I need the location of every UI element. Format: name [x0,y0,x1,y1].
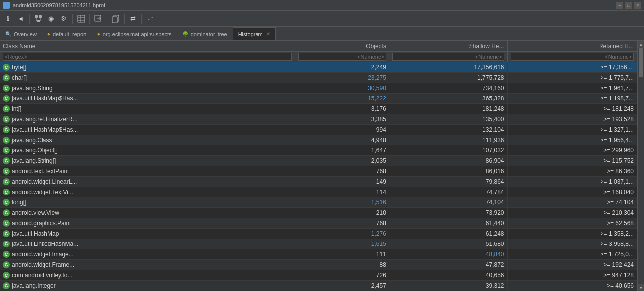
scrollbar-down-arrow[interactable]: ▼ [638,284,644,291]
filter-retained-cell [507,52,637,62]
svg-rect-13 [112,17,117,23]
table-row[interactable]: Candroid.widget.Frame...8847,872>= 192,4… [0,260,637,270]
filter-shallow-input[interactable] [392,53,504,61]
shallow-heap-cell: 107,032 [389,146,507,156]
table-row[interactable]: Candroid.view.View21073,920>= 210,304 [0,208,637,218]
calc-button[interactable]: ⇌ [144,13,156,25]
retained-heap-cell: >= 1,198,7... [507,94,637,104]
tab-suspects-label: org.eclipse.mat.api:suspects [103,31,172,37]
table-row[interactable]: Candroid.graphics.Paint76861,440>= 62,56… [0,218,637,229]
shallow-heap-cell: 181,248 [389,104,507,114]
table-row[interactable]: Candroid.widget.LinearL...14979,864>= 1,… [0,177,637,187]
table-row[interactable]: Cjava.lang.String[]2,03586,904>= 115,752 [0,156,637,166]
shallow-heap-cell: 111,936 [389,135,507,146]
svg-rect-0 [35,15,38,18]
info-button[interactable]: ℹ [2,13,14,25]
table-row[interactable]: Cjava.util.HashMap1,27661,248>= 1,358,2.… [0,229,637,239]
prev-button[interactable]: ◀ [15,13,27,25]
settings-button[interactable]: ⚙ [58,13,70,25]
class-name-cell: Candroid.widget.Frame... [0,260,295,270]
report-icon: ● [47,31,50,37]
class-name-label: android.view.View [12,209,59,216]
retained-heap-cell: >= 40,656 [507,281,637,291]
table-row[interactable]: Cjava.lang.Class4,948111,936>= 1,956,4..… [0,135,637,146]
tab-dominator-tree[interactable]: 🌳 dominator_tree [177,27,233,40]
col-objects[interactable]: Objects [295,41,389,52]
dominator-icon: 🌳 [182,31,188,37]
navigate-button[interactable]: ⇄ [127,13,139,25]
tab-dominator-label: dominator_tree [191,31,227,37]
class-name-cell: Clong[] [0,197,295,208]
table-row[interactable]: Clong[]1,51674,104>= 74,104 [0,197,637,208]
col-retained-heap[interactable]: Retained H... [507,41,637,52]
toolbar-sep-4 [107,14,107,24]
shallow-heap-cell: 73,920 [389,208,507,218]
filter-class-input[interactable] [3,53,292,61]
table-row[interactable]: Cchar[]23,2751,775,728>= 1,775,7... [0,73,637,83]
class-name-label: int[] [12,105,21,112]
scrollbar-track[interactable] [638,48,644,284]
tab-default-report[interactable]: ● default_report [42,27,92,40]
class-name-label: java.lang.String[] [12,157,56,164]
shallow-heap-cell: 79,864 [389,177,507,187]
title-bar: android35062097819515204211.hprof – □ ✕ [0,0,644,11]
minimize-button[interactable]: – [616,2,623,9]
objects-cell: 2,035 [295,156,389,166]
tab-histogram[interactable]: Histogram ✕ [233,27,276,40]
class-icon: C [3,147,10,154]
table-row[interactable]: Cjava.lang.ref.FinalizerR...3,385135,400… [0,114,637,125]
copy-button[interactable] [110,13,122,25]
col-class-name[interactable]: Class Name [0,41,295,52]
shallow-heap-cell: 86,016 [389,166,507,177]
objects-cell: 726 [295,270,389,281]
table-row[interactable]: Cjava.util.HashMap$Has...994132,104>= 1,… [0,125,637,135]
class-name-label: java.lang.Integer [12,282,56,289]
close-window-button[interactable]: ✕ [634,2,641,9]
table-row[interactable]: Cjava.util.LinkedHashMa...1,61551,680>= … [0,239,637,249]
class-name-label: android.widget.Image... [12,251,74,258]
table-row[interactable]: Candroid.widget.Image...11148,840>= 1,72… [0,249,637,260]
table-row[interactable]: Cjava.lang.Integer2,45739,312>= 40,656 [0,281,637,291]
tab-suspects[interactable]: ● org.eclipse.mat.api:suspects [92,27,177,40]
table-row[interactable]: Cbyte[]2,24917,356,616>= 17,356,... [0,62,637,73]
tab-overview[interactable]: 🔍 Overview [0,27,42,40]
package-button[interactable]: ◉ [45,13,57,25]
scrollbar-up-arrow[interactable]: ▲ [638,41,644,48]
table-button[interactable] [75,13,87,25]
objects-cell: 2,249 [295,62,389,73]
filter-objects-input[interactable] [298,53,386,61]
table-row[interactable]: Ccom.android.volley.to...72640,656>= 947… [0,270,637,281]
class-icon: C [3,178,10,185]
shallow-heap-cell: 365,328 [389,94,507,104]
table-row[interactable]: Cint[]3,176181,248>= 181,248 [0,104,637,114]
export-button[interactable] [92,13,104,25]
class-hierarchy-button[interactable] [32,13,44,25]
maximize-button[interactable]: □ [625,2,632,9]
class-icon: C [3,116,10,123]
title-bar-text: android35062097819515204211.hprof [13,2,613,8]
retained-heap-cell: >= 168,040 [507,187,637,197]
col-shallow-heap[interactable]: Shallow He... [389,41,507,52]
class-icon: C [3,220,10,227]
shallow-heap-cell: 48,840 [389,249,507,260]
scrollbar-thumb[interactable] [639,48,643,77]
class-name-cell: Cchar[] [0,73,295,83]
tabs-bar: 🔍 Overview ● default_report ● org.eclips… [0,27,644,41]
histogram-table: Class Name Objects Shallow He... Retaine… [0,41,637,291]
retained-heap-cell: >= 1,956,4... [507,135,637,146]
retained-heap-cell: >= 947,128 [507,270,637,281]
table-row[interactable]: Candroid.text.TextPaint76886,016>= 86,36… [0,166,637,177]
objects-cell: 1,516 [295,197,389,208]
table-row[interactable]: Candroid.widget.TextVi...11474,784>= 168… [0,187,637,197]
filter-retained-input[interactable] [511,53,634,61]
table-row[interactable]: Cjava.lang.String30,590734,160>= 1,961,7… [0,83,637,94]
histogram-close-icon[interactable]: ✕ [266,31,270,37]
scrollbar[interactable]: ▲ ▼ [637,41,644,291]
class-name-label: android.widget.Frame... [12,261,74,268]
class-icon: C [3,272,10,279]
table-row[interactable]: Cjava.util.HashMap$Has...15,222365,328>=… [0,94,637,104]
class-name-label: long[] [12,199,26,206]
filter-shallow-cell [389,52,507,62]
table-row[interactable]: Cjava.lang.Object[]1,647107,032>= 299,96… [0,146,637,156]
class-icon: C [3,230,10,237]
